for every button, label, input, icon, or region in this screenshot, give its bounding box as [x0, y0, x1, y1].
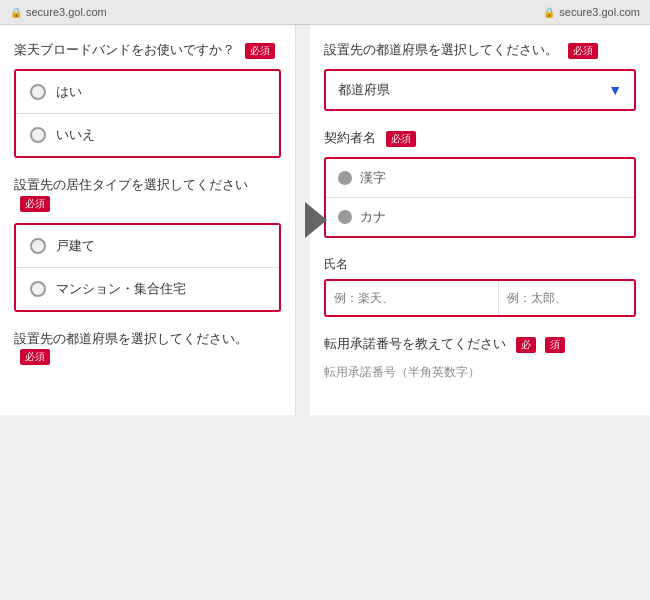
kana-dot — [338, 210, 352, 224]
section-contractor: 契約者名 必須 漢字 カナ — [324, 129, 636, 238]
transfer-number-label: 転用承諾番号（半角英数字） — [324, 364, 636, 381]
name-inputs-wrapper — [324, 279, 636, 317]
radio-no[interactable]: いいえ — [16, 113, 279, 156]
section3-title: 設置先の都道府県を選択してください。 必須 — [14, 330, 281, 366]
kana-input-row[interactable]: カナ — [326, 197, 634, 236]
browser-toolbar: 🔒 secure3.gol.com 🔒 secure3.gol.com — [0, 0, 650, 25]
section1-title: 楽天ブロードバンドをお使いですか？ 必須 — [14, 41, 281, 59]
required-badge-3: 必須 — [20, 349, 50, 365]
kanji-dot — [338, 171, 352, 185]
section-transfer: 転用承諾番号を教えてください 必 須 転用承諾番号（半角英数字） — [324, 335, 636, 380]
section2-title: 設置先の居住タイプを選択してください 必須 — [14, 176, 281, 212]
required-badge-r4a: 必 — [516, 337, 536, 353]
radio-apartment-label: マンション・集合住宅 — [56, 280, 186, 298]
url-bar-right: 🔒 secure3.gol.com — [543, 6, 640, 18]
broadband-radio-group: はい いいえ — [14, 69, 281, 158]
radio-detached[interactable]: 戸建て — [16, 225, 279, 267]
section-housing: 設置先の居住タイプを選択してください 必須 戸建て マンション・集合住宅 — [14, 176, 281, 311]
lock-icon-left: 🔒 — [10, 7, 22, 18]
section-contractor-title: 契約者名 必須 — [324, 129, 636, 147]
url-text-right: secure3.gol.com — [559, 6, 640, 18]
url-bar-left: 🔒 secure3.gol.com — [10, 6, 107, 18]
radio-circle-yes — [30, 84, 46, 100]
fullname-label: 氏名 — [324, 256, 636, 273]
required-badge-r2: 必須 — [386, 131, 416, 147]
lastname-input[interactable] — [498, 281, 636, 315]
right-panel: 設置先の都道府県を選択してください。 必須 都道府県 ▼ 契約者名 必須 漢字 — [310, 25, 650, 415]
kanji-label: 漢字 — [360, 169, 386, 187]
left-panel: 楽天ブロードバンドをお使いですか？ 必須 はい いいえ 設置先の居住タイプを選択… — [0, 25, 296, 415]
select-arrow-icon: ▼ — [608, 82, 622, 98]
firstname-input[interactable] — [326, 281, 492, 315]
required-badge-2: 必須 — [20, 196, 50, 212]
section-fullname: 氏名 — [324, 256, 636, 317]
section-prefecture-title: 設置先の都道府県を選択してください。 必須 — [324, 41, 636, 59]
housing-radio-group: 戸建て マンション・集合住宅 — [14, 223, 281, 312]
required-badge-1: 必須 — [245, 43, 275, 59]
radio-yes-label: はい — [56, 83, 82, 101]
transfer-title: 転用承諾番号を教えてください 必 須 — [324, 335, 636, 353]
required-badge-r4b: 須 — [545, 337, 565, 353]
section-prefecture-right: 設置先の都道府県を選択してください。 必須 都道府県 ▼ — [324, 41, 636, 111]
contractor-input-group: 漢字 カナ — [324, 157, 636, 238]
url-text-left: secure3.gol.com — [26, 6, 107, 18]
section-broadband: 楽天ブロードバンドをお使いですか？ 必須 はい いいえ — [14, 41, 281, 158]
direction-arrow — [305, 202, 327, 238]
prefecture-select-label: 都道府県 — [338, 81, 390, 99]
lock-icon-right: 🔒 — [543, 7, 555, 18]
radio-yes[interactable]: はい — [16, 71, 279, 113]
radio-no-label: いいえ — [56, 126, 95, 144]
radio-detached-label: 戸建て — [56, 237, 95, 255]
kanji-input-row[interactable]: 漢字 — [326, 159, 634, 197]
kana-label: カナ — [360, 208, 386, 226]
radio-circle-no — [30, 127, 46, 143]
radio-circle-detached — [30, 238, 46, 254]
radio-apartment[interactable]: マンション・集合住宅 — [16, 267, 279, 310]
section-prefecture-left: 設置先の都道府県を選択してください。 必須 — [14, 330, 281, 366]
required-badge-r1: 必須 — [568, 43, 598, 59]
radio-circle-apartment — [30, 281, 46, 297]
prefecture-select[interactable]: 都道府県 ▼ — [324, 69, 636, 111]
